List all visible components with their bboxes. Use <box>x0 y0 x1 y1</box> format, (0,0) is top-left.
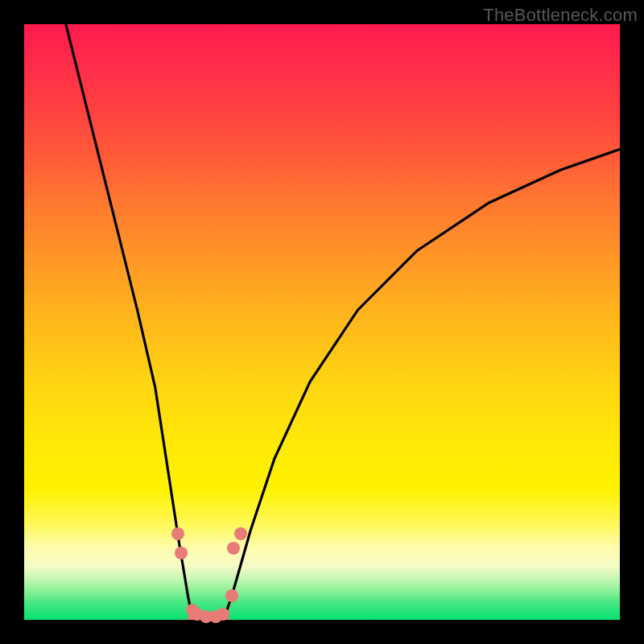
plot-frame <box>24 24 620 620</box>
highlight-marker <box>175 547 188 559</box>
highlight-marker <box>217 608 229 621</box>
plot-background-gradient <box>24 24 620 620</box>
watermark-text: TheBottleneck.com <box>483 5 638 26</box>
highlight-marker <box>227 542 240 555</box>
highlight-marker <box>234 527 247 540</box>
highlight-marker <box>225 589 238 602</box>
highlight-marker <box>171 527 184 540</box>
